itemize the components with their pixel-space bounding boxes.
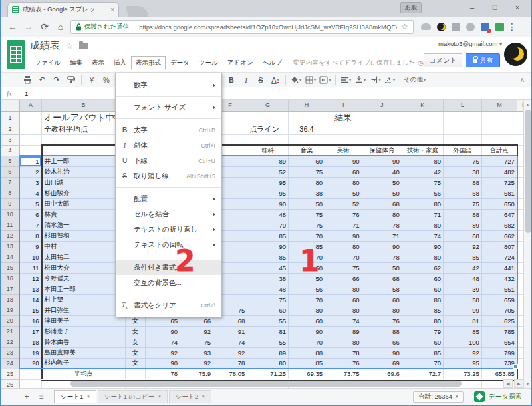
cell-H9[interactable]: 50	[288, 198, 325, 209]
document-title[interactable]: 成績表	[30, 39, 60, 52]
cell-B7[interactable]: 山口誠	[42, 177, 126, 188]
cell-A14[interactable]: 10	[19, 252, 41, 262]
cell-H6[interactable]: 75	[288, 166, 325, 177]
cell-L6[interactable]: 38	[444, 166, 482, 177]
vertical-scrollbar[interactable]: ▲ ▼	[523, 100, 531, 388]
cell-J12[interactable]: 71	[362, 230, 402, 241]
cell-A5[interactable]: 1	[19, 156, 41, 166]
print-icon[interactable]	[21, 74, 34, 86]
cell-A15[interactable]: 11	[19, 262, 41, 273]
cell-L16[interactable]: 48	[444, 273, 482, 284]
menu-item-alternating-colors[interactable]: 交互の背景色...	[116, 275, 221, 290]
cell-K11[interactable]: 80	[402, 220, 443, 230]
tab-close-icon[interactable]: ×	[110, 6, 114, 13]
cell-D22[interactable]: 74	[146, 337, 180, 347]
row-header-4[interactable]: 4	[1, 145, 19, 156]
cell-J4[interactable]: 保健体育	[362, 145, 402, 156]
cell-M8[interactable]: 581	[481, 188, 517, 198]
cell-E24[interactable]: 92	[180, 358, 213, 369]
cell-L19[interactable]: 99	[444, 305, 482, 315]
cell-B1[interactable]: オールアバウト中学	[42, 111, 126, 124]
vertical-scroll-thumb[interactable]	[525, 110, 531, 233]
cell-M24[interactable]: 739	[481, 358, 517, 369]
menu-item-italic[interactable]: I斜体Ctrl+I	[116, 138, 221, 153]
cell-K15[interactable]: 62	[402, 262, 443, 273]
menubar-item-8[interactable]: アドオン	[223, 56, 258, 70]
cloud-extension-icon[interactable]	[421, 23, 431, 30]
cell-L9[interactable]: 75	[444, 198, 482, 209]
cell-C25[interactable]	[125, 369, 146, 379]
cell-G23[interactable]: 89	[247, 347, 289, 358]
cell-L7[interactable]: 88	[444, 177, 482, 188]
sheet-tab-caret-icon[interactable]: ▾	[158, 394, 161, 399]
cell-K25[interactable]: 72.7	[402, 369, 443, 379]
cell-D24[interactable]: 90	[146, 358, 180, 369]
cell-M18[interactable]: 659	[481, 294, 517, 305]
sheet-tab-caret-icon[interactable]: ▾	[202, 394, 205, 399]
sheet-tab-2[interactable]: シート1 のコピー▾	[98, 390, 168, 403]
cell-I24[interactable]: 76	[325, 358, 362, 369]
row-header-15[interactable]: 15	[1, 262, 19, 273]
cell-I2[interactable]	[325, 124, 362, 134]
cell-L11[interactable]: 89	[444, 220, 482, 230]
menu-item-conditional-formatting[interactable]: 条件付き書式...	[116, 260, 221, 275]
address-bar[interactable]: 保護された通信 https://docs.google.com/spreadsh…	[70, 20, 414, 34]
cell-B24[interactable]: 杉内敦子	[42, 358, 126, 369]
row-header-8[interactable]: 8	[1, 188, 19, 198]
cell-G2[interactable]: 点ライン	[247, 124, 289, 134]
cell-A3[interactable]	[19, 134, 41, 145]
cell-B14[interactable]: 太田祐二	[42, 252, 126, 262]
cell-G3[interactable]	[247, 134, 289, 145]
cell-L25[interactable]: 73.25	[444, 369, 482, 379]
column-header-M[interactable]: M	[481, 100, 517, 111]
cell-I16[interactable]: 66	[325, 273, 362, 284]
undo-icon[interactable]: ↶	[35, 74, 49, 86]
cell-G16[interactable]: 38	[247, 273, 289, 284]
cell-G1[interactable]	[247, 111, 289, 124]
cell-M22[interactable]: 654	[481, 337, 517, 347]
select-all-corner[interactable]	[1, 100, 19, 111]
menubar-item-4[interactable]: 挿入	[109, 56, 131, 70]
cell-A7[interactable]: 3	[19, 177, 41, 188]
cell-A16[interactable]: 12	[19, 273, 41, 284]
cell-A10[interactable]: 6	[19, 209, 41, 220]
cell-H25[interactable]: 69.35	[288, 369, 325, 379]
cell-F23[interactable]: 92	[213, 347, 247, 358]
row-header-17[interactable]: 17	[1, 284, 19, 294]
cell-G24[interactable]: 80	[247, 358, 289, 369]
video-extension-icon[interactable]	[481, 23, 489, 31]
formula-input[interactable]: 1	[25, 90, 28, 97]
cell-G22[interactable]: 55	[247, 337, 289, 347]
cell-H5[interactable]: 60	[288, 156, 325, 166]
cell-B17[interactable]: 本田圭一郎	[42, 284, 126, 294]
sum-chip[interactable]: 合計: 26364▾	[413, 391, 463, 403]
cell-J21[interactable]: 88	[362, 326, 402, 337]
cell-H18[interactable]: 70	[288, 294, 325, 305]
menubar-item-9[interactable]: ヘルプ	[258, 56, 287, 70]
cell-H11[interactable]: 75	[288, 220, 325, 230]
cell-B2[interactable]: 全教科平均点	[42, 124, 126, 134]
cell-L22[interactable]: 100	[444, 337, 482, 347]
cell-G6[interactable]: 52	[247, 166, 289, 177]
cell-J11[interactable]: 78	[362, 220, 402, 230]
cell-B12[interactable]: 杉田智和	[42, 230, 126, 241]
cell-I17[interactable]: 80	[325, 284, 362, 294]
row-header-10[interactable]: 10	[1, 209, 19, 220]
menubar-item-6[interactable]: データ	[166, 56, 194, 70]
cell-B8[interactable]: 杉山駿介	[42, 188, 126, 198]
menu-item-strikethrough[interactable]: S取り消し線Alt+Shift+5	[116, 168, 221, 184]
cell-I13[interactable]: 80	[325, 241, 362, 252]
horizontal-align-icon[interactable]: ▾	[339, 74, 352, 86]
row-header-18[interactable]: 18	[1, 294, 19, 305]
row-header-22[interactable]: 22	[1, 337, 19, 347]
cell-A25[interactable]	[19, 369, 41, 379]
cell-F25[interactable]: 78.05	[213, 369, 247, 379]
cell-K13[interactable]: 90	[402, 241, 443, 252]
cell-K18[interactable]: 88	[402, 294, 443, 305]
cell-M15[interactable]: 441	[481, 262, 517, 273]
cell-M10[interactable]: 647	[481, 209, 517, 220]
cell-H17[interactable]: 56	[288, 284, 325, 294]
scroll-down-icon[interactable]: ▼	[524, 379, 531, 387]
cell-L10[interactable]: 88	[444, 209, 482, 220]
row-header-20[interactable]: 20	[1, 315, 19, 326]
